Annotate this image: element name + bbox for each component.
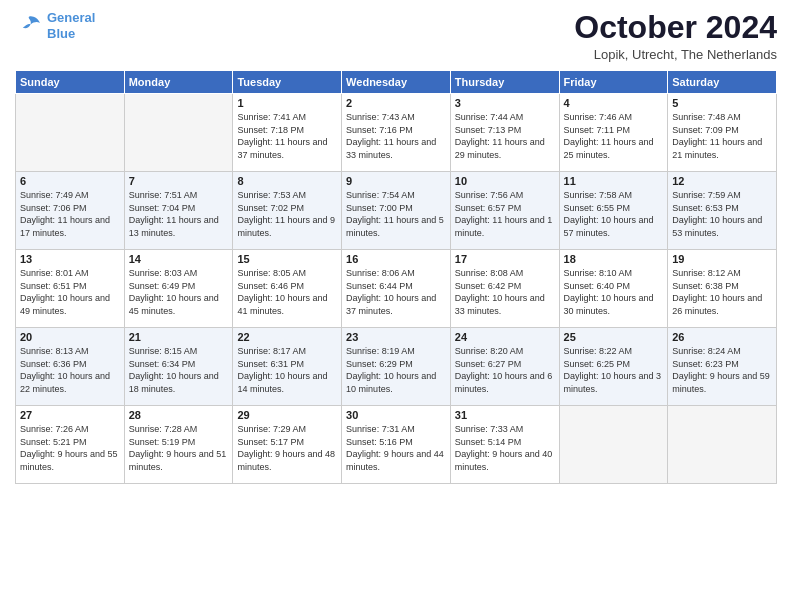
daylight-text: Daylight: 9 hours and 44 minutes. — [346, 448, 446, 473]
table-row: 19Sunrise: 8:12 AMSunset: 6:38 PMDayligh… — [668, 250, 777, 328]
sunrise-text: Sunrise: 7:48 AM — [672, 111, 772, 124]
sunrise-text: Sunrise: 7:53 AM — [237, 189, 337, 202]
sunrise-text: Sunrise: 8:24 AM — [672, 345, 772, 358]
sunrise-text: Sunrise: 8:08 AM — [455, 267, 555, 280]
day-number: 25 — [564, 331, 664, 343]
daylight-text: Daylight: 10 hours and 37 minutes. — [346, 292, 446, 317]
sunrise-text: Sunrise: 8:13 AM — [20, 345, 120, 358]
logo: General Blue — [15, 10, 95, 41]
day-number: 21 — [129, 331, 229, 343]
table-row: 29Sunrise: 7:29 AMSunset: 5:17 PMDayligh… — [233, 406, 342, 484]
daylight-text: Daylight: 11 hours and 37 minutes. — [237, 136, 337, 161]
sunset-text: Sunset: 6:25 PM — [564, 358, 664, 371]
day-info: Sunrise: 8:05 AMSunset: 6:46 PMDaylight:… — [237, 267, 337, 317]
day-number: 12 — [672, 175, 772, 187]
sunset-text: Sunset: 6:44 PM — [346, 280, 446, 293]
day-info: Sunrise: 8:22 AMSunset: 6:25 PMDaylight:… — [564, 345, 664, 395]
sunset-text: Sunset: 6:27 PM — [455, 358, 555, 371]
table-row: 14Sunrise: 8:03 AMSunset: 6:49 PMDayligh… — [124, 250, 233, 328]
day-number: 11 — [564, 175, 664, 187]
day-info: Sunrise: 7:51 AMSunset: 7:04 PMDaylight:… — [129, 189, 229, 239]
page-header: General Blue October 2024 Lopik, Utrecht… — [15, 10, 777, 62]
daylight-text: Daylight: 11 hours and 33 minutes. — [346, 136, 446, 161]
table-row: 28Sunrise: 7:28 AMSunset: 5:19 PMDayligh… — [124, 406, 233, 484]
day-info: Sunrise: 7:48 AMSunset: 7:09 PMDaylight:… — [672, 111, 772, 161]
sunset-text: Sunset: 6:51 PM — [20, 280, 120, 293]
sunrise-text: Sunrise: 8:01 AM — [20, 267, 120, 280]
daylight-text: Daylight: 10 hours and 30 minutes. — [564, 292, 664, 317]
sunset-text: Sunset: 7:02 PM — [237, 202, 337, 215]
calendar-week-row: 6Sunrise: 7:49 AMSunset: 7:06 PMDaylight… — [16, 172, 777, 250]
daylight-text: Daylight: 11 hours and 1 minute. — [455, 214, 555, 239]
day-info: Sunrise: 7:41 AMSunset: 7:18 PMDaylight:… — [237, 111, 337, 161]
day-number: 29 — [237, 409, 337, 421]
daylight-text: Daylight: 10 hours and 45 minutes. — [129, 292, 229, 317]
day-info: Sunrise: 7:28 AMSunset: 5:19 PMDaylight:… — [129, 423, 229, 473]
sunrise-text: Sunrise: 7:41 AM — [237, 111, 337, 124]
sunset-text: Sunset: 7:13 PM — [455, 124, 555, 137]
sunrise-text: Sunrise: 7:58 AM — [564, 189, 664, 202]
day-number: 1 — [237, 97, 337, 109]
sunset-text: Sunset: 6:46 PM — [237, 280, 337, 293]
day-number: 8 — [237, 175, 337, 187]
sunset-text: Sunset: 7:06 PM — [20, 202, 120, 215]
table-row: 17Sunrise: 8:08 AMSunset: 6:42 PMDayligh… — [450, 250, 559, 328]
table-row: 24Sunrise: 8:20 AMSunset: 6:27 PMDayligh… — [450, 328, 559, 406]
sunset-text: Sunset: 6:55 PM — [564, 202, 664, 215]
day-info: Sunrise: 7:44 AMSunset: 7:13 PMDaylight:… — [455, 111, 555, 161]
daylight-text: Daylight: 11 hours and 21 minutes. — [672, 136, 772, 161]
daylight-text: Daylight: 10 hours and 33 minutes. — [455, 292, 555, 317]
sunset-text: Sunset: 6:38 PM — [672, 280, 772, 293]
day-number: 13 — [20, 253, 120, 265]
day-number: 5 — [672, 97, 772, 109]
calendar-week-row: 27Sunrise: 7:26 AMSunset: 5:21 PMDayligh… — [16, 406, 777, 484]
sunset-text: Sunset: 6:40 PM — [564, 280, 664, 293]
table-row: 15Sunrise: 8:05 AMSunset: 6:46 PMDayligh… — [233, 250, 342, 328]
table-row: 4Sunrise: 7:46 AMSunset: 7:11 PMDaylight… — [559, 94, 668, 172]
day-number: 10 — [455, 175, 555, 187]
daylight-text: Daylight: 11 hours and 9 minutes. — [237, 214, 337, 239]
day-info: Sunrise: 8:20 AMSunset: 6:27 PMDaylight:… — [455, 345, 555, 395]
day-number: 27 — [20, 409, 120, 421]
day-info: Sunrise: 7:29 AMSunset: 5:17 PMDaylight:… — [237, 423, 337, 473]
daylight-text: Daylight: 11 hours and 29 minutes. — [455, 136, 555, 161]
day-info: Sunrise: 8:19 AMSunset: 6:29 PMDaylight:… — [346, 345, 446, 395]
sunrise-text: Sunrise: 7:29 AM — [237, 423, 337, 436]
table-row: 9Sunrise: 7:54 AMSunset: 7:00 PMDaylight… — [342, 172, 451, 250]
logo-general: General — [47, 10, 95, 25]
day-info: Sunrise: 8:12 AMSunset: 6:38 PMDaylight:… — [672, 267, 772, 317]
daylight-text: Daylight: 11 hours and 25 minutes. — [564, 136, 664, 161]
col-thursday: Thursday — [450, 71, 559, 94]
day-number: 28 — [129, 409, 229, 421]
day-number: 14 — [129, 253, 229, 265]
day-info: Sunrise: 8:17 AMSunset: 6:31 PMDaylight:… — [237, 345, 337, 395]
col-monday: Monday — [124, 71, 233, 94]
daylight-text: Daylight: 10 hours and 53 minutes. — [672, 214, 772, 239]
table-row: 8Sunrise: 7:53 AMSunset: 7:02 PMDaylight… — [233, 172, 342, 250]
day-number: 19 — [672, 253, 772, 265]
sunrise-text: Sunrise: 7:26 AM — [20, 423, 120, 436]
daylight-text: Daylight: 10 hours and 41 minutes. — [237, 292, 337, 317]
sunrise-text: Sunrise: 8:19 AM — [346, 345, 446, 358]
sunset-text: Sunset: 6:49 PM — [129, 280, 229, 293]
daylight-text: Daylight: 10 hours and 6 minutes. — [455, 370, 555, 395]
sunset-text: Sunset: 5:17 PM — [237, 436, 337, 449]
day-info: Sunrise: 7:33 AMSunset: 5:14 PMDaylight:… — [455, 423, 555, 473]
sunrise-text: Sunrise: 7:51 AM — [129, 189, 229, 202]
sunrise-text: Sunrise: 8:20 AM — [455, 345, 555, 358]
sunrise-text: Sunrise: 7:54 AM — [346, 189, 446, 202]
table-row: 30Sunrise: 7:31 AMSunset: 5:16 PMDayligh… — [342, 406, 451, 484]
calendar-header-row: Sunday Monday Tuesday Wednesday Thursday… — [16, 71, 777, 94]
daylight-text: Daylight: 10 hours and 3 minutes. — [564, 370, 664, 395]
sunrise-text: Sunrise: 8:15 AM — [129, 345, 229, 358]
sunset-text: Sunset: 7:00 PM — [346, 202, 446, 215]
table-row: 26Sunrise: 8:24 AMSunset: 6:23 PMDayligh… — [668, 328, 777, 406]
table-row: 31Sunrise: 7:33 AMSunset: 5:14 PMDayligh… — [450, 406, 559, 484]
daylight-text: Daylight: 11 hours and 13 minutes. — [129, 214, 229, 239]
day-info: Sunrise: 8:13 AMSunset: 6:36 PMDaylight:… — [20, 345, 120, 395]
table-row: 25Sunrise: 8:22 AMSunset: 6:25 PMDayligh… — [559, 328, 668, 406]
sunset-text: Sunset: 6:36 PM — [20, 358, 120, 371]
sunrise-text: Sunrise: 7:49 AM — [20, 189, 120, 202]
table-row — [559, 406, 668, 484]
month-title: October 2024 — [574, 10, 777, 45]
